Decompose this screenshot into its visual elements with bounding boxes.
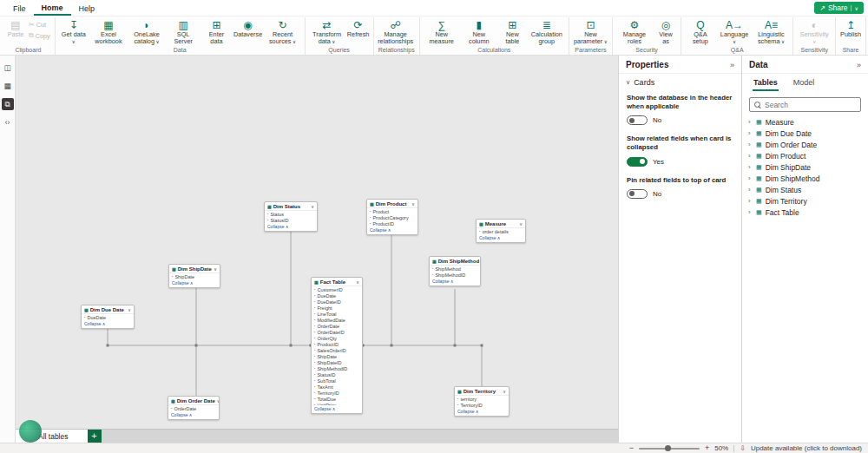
model-canvas[interactable]: All tables + ▦Dim Status∨▪Status▪StatusI… <box>16 56 618 443</box>
table-field[interactable]: ▪StatusID <box>265 217 317 223</box>
model-table-dim-status[interactable]: ▦Dim Status∨▪Status▪StatusIDCollapse ∧ <box>264 201 318 232</box>
model-table-dim-product[interactable]: ▦Dim Product∨▪Product▪ProductCategory▪Pr… <box>366 199 418 235</box>
zoom-slider-knob[interactable] <box>665 445 671 451</box>
menu-tab-file[interactable]: File <box>5 0 34 16</box>
table-field[interactable]: ▪CustomerID <box>312 286 362 292</box>
collapse-link[interactable]: Collapse ∧ <box>367 226 418 234</box>
ribbon-button-get-data[interactable]: ↧Get data ∨ <box>58 18 89 45</box>
table-field[interactable]: ▪OrderDateID <box>312 329 362 335</box>
zoom-out-button[interactable]: − <box>629 444 634 452</box>
table-field[interactable]: ▪StatusID <box>312 371 362 378</box>
model-table-dim-order-date[interactable]: ▦Dim Order Date∨▪OrderDateCollapse ∧ <box>168 396 220 420</box>
model-table-dim-due-date[interactable]: ▦Dim Due Date∨▪DueDateCollapse ∧ <box>81 305 135 329</box>
table-field[interactable]: ▪ShipDate <box>312 353 362 359</box>
chevron-right-icon[interactable]: › <box>748 129 753 137</box>
ribbon-button-view-as[interactable]: ◎View as <box>654 18 678 45</box>
ribbon-button-onelake-catalog[interactable]: ◗OneLake catalog ∨ <box>128 18 166 45</box>
model-table-dim-territory[interactable]: ▦Dim Territory∨▪territory▪TerritoryIDCol… <box>454 386 510 417</box>
ribbon-button-new-column[interactable]: ▮New column <box>461 18 497 45</box>
table-field[interactable]: ▪DueDate <box>82 314 134 320</box>
table-field[interactable]: ▪ShipDate <box>169 273 220 279</box>
collapse-link[interactable]: Collapse ∧ <box>82 320 134 328</box>
ribbon-button-new-parameter[interactable]: ⊡New parameter ∨ <box>572 18 609 45</box>
model-table-measure[interactable]: ▦Measure∨▪order detailsCollapse ∧ <box>476 219 526 243</box>
ribbon-button-language[interactable]: A→Language ∨ <box>717 18 753 45</box>
menu-tab-home[interactable]: Home <box>34 0 71 16</box>
table-field[interactable]: ▪ProductID <box>312 341 362 347</box>
chevron-down-icon[interactable]: ∨ <box>503 389 506 394</box>
ribbon-button-excel-workbook[interactable]: ▦Excel workbook <box>89 18 128 45</box>
chevron-down-icon[interactable]: ∨ <box>519 221 523 226</box>
tree-item-dim-shipmethod[interactable]: ›▦Dim ShipMethod <box>742 173 868 184</box>
chevron-right-icon[interactable]: › <box>748 186 753 194</box>
table-field[interactable]: ▪ShipMethodID <box>430 272 480 278</box>
table-field[interactable]: ▪OrderDate <box>168 405 219 411</box>
ribbon-button-enter-data[interactable]: ⊞Enter data <box>201 18 232 45</box>
table-field[interactable]: ▪Product <box>367 208 418 214</box>
table-field[interactable]: ▪DueDateID <box>312 299 362 305</box>
table-field[interactable]: ▪TaxAmt <box>312 384 362 390</box>
collapse-link[interactable]: Collapse ∧ <box>430 278 480 286</box>
menu-tab-help[interactable]: Help <box>71 0 103 16</box>
model-table-dim-shipmethod[interactable]: ▦Dim ShipMethod∨▪ShipMethod▪ShipMethodID… <box>429 256 481 286</box>
chevron-right-icon[interactable]: › <box>748 174 753 182</box>
table-field[interactable]: ▪ProductID <box>367 220 418 226</box>
toggle-off[interactable] <box>627 189 648 199</box>
tree-item-dim-product[interactable]: ›▦Dim Product <box>742 150 868 161</box>
chevron-down-icon[interactable]: ∨ <box>214 266 217 272</box>
ribbon-button-transform-data[interactable]: ⇄Transform data ∨ <box>308 18 346 45</box>
collapse-link[interactable]: Collapse ∧ <box>265 223 317 231</box>
rail-item-dax-query-view[interactable]: ‹› <box>2 116 14 128</box>
tree-item-measure[interactable]: ›▦Measure <box>742 116 868 128</box>
table-field[interactable]: ▪LineTotal <box>312 311 362 317</box>
collapse-link[interactable]: Collapse ∧ <box>455 408 509 416</box>
table-field[interactable]: ▪territory <box>455 396 509 402</box>
table-field[interactable]: ▪OrderQty <box>312 335 362 341</box>
ribbon-button-manage-roles[interactable]: ⚙Manage roles <box>615 18 654 45</box>
table-field[interactable]: ▪Freight <box>312 305 362 311</box>
ribbon-button-new-measure[interactable]: ∑New measure <box>423 18 461 45</box>
tree-item-dim-order-date[interactable]: ›▦Dim Order Date <box>742 139 868 150</box>
model-table-dim-shipdate[interactable]: ▦Dim ShipDate∨▪ShipDateCollapse ∧ <box>168 264 220 288</box>
chevron-down-icon[interactable]: ∨ <box>311 204 314 209</box>
table-field[interactable]: ▪SalesOrderID <box>312 347 362 353</box>
collapse-link[interactable]: Collapse ∧ <box>312 405 362 413</box>
chevron-right-icon[interactable]: › <box>748 118 753 126</box>
ribbon-button-refresh[interactable]: ⟳Refresh <box>346 18 371 38</box>
table-field[interactable]: ▪ShipMethod <box>430 266 480 272</box>
ribbon-button-sql-server[interactable]: ▥SQL Server <box>166 18 201 45</box>
ribbon-button-dataverse[interactable]: ◉Dataverse <box>233 18 264 38</box>
table-field[interactable]: ▪order details <box>477 228 525 234</box>
tree-item-dim-territory[interactable]: ›▦Dim Territory <box>742 195 868 207</box>
chevron-right-icon[interactable]: › <box>748 163 753 171</box>
chevron-down-icon[interactable]: ∨ <box>128 307 131 312</box>
search-input[interactable] <box>765 101 856 109</box>
collapse-link[interactable]: Collapse ∧ <box>169 279 220 287</box>
cards-section-header[interactable]: ∨ Cards <box>619 74 741 91</box>
update-status[interactable]: Update available (click to download) <box>751 444 862 452</box>
toggle-off[interactable] <box>627 115 648 125</box>
collapse-data-icon[interactable]: » <box>857 61 861 69</box>
tab-tables[interactable]: Tables <box>753 76 779 91</box>
ribbon-button-new-table[interactable]: ⊞New table <box>497 18 528 45</box>
table-field[interactable]: ▪ModifiedDate <box>312 317 362 323</box>
collapse-link[interactable]: Collapse ∧ <box>168 411 219 419</box>
table-field[interactable]: ▪ShipDateID <box>312 359 362 365</box>
tab-model[interactable]: Model <box>792 76 816 91</box>
table-field[interactable]: ▪TerritoryID <box>455 402 509 408</box>
table-field[interactable]: ▪ProductCategory <box>367 214 418 220</box>
chevron-right-icon[interactable]: › <box>748 141 753 148</box>
table-field[interactable]: ▪TotalDue <box>312 396 362 402</box>
table-field[interactable]: ▪TerritoryID <box>312 390 362 396</box>
ribbon-button-recent-sources[interactable]: ↻Recent sources ∨ <box>264 18 302 45</box>
chevron-right-icon[interactable]: › <box>748 208 753 216</box>
add-layout-button[interactable]: + <box>88 430 102 443</box>
ribbon-button-linguistic-schema[interactable]: A≡Linguistic schema ∨ <box>752 18 790 45</box>
ribbon-button-publish[interactable]: ↥Publish <box>838 18 863 38</box>
model-table-fact-table[interactable]: ▦Fact Table∨▪CustomerID▪DueDate▪DueDateI… <box>311 277 363 414</box>
table-field[interactable]: ▪Status <box>265 211 317 217</box>
zoom-in-button[interactable]: + <box>705 444 709 452</box>
rail-item-report-view[interactable]: ◫ <box>2 62 14 74</box>
table-field[interactable]: ▪DueDate <box>312 292 362 299</box>
tree-item-dim-status[interactable]: ›▦Dim Status <box>742 184 868 195</box>
